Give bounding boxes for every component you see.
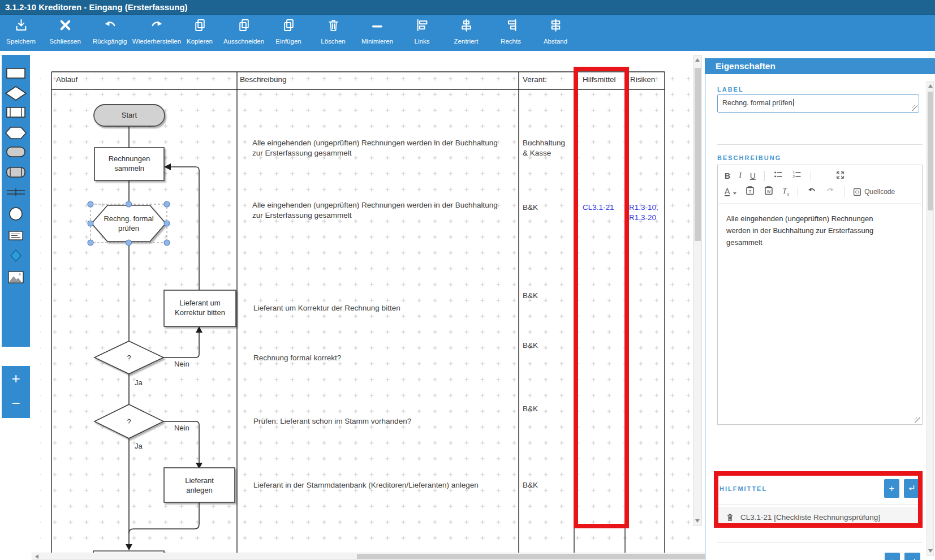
description-editor-content[interactable]: Alle eingehenden (ungeprüften) Rechnunge… bbox=[718, 204, 922, 424]
editor-redo-icon[interactable] bbox=[825, 186, 835, 198]
spacing-icon bbox=[533, 15, 578, 38]
toolbar-separator bbox=[764, 171, 765, 181]
toolbar-button-label: Rechts bbox=[488, 38, 533, 45]
paste-text-icon[interactable]: T bbox=[745, 186, 755, 198]
create-supplier-label[interactable]: Lieferant anlegen bbox=[174, 476, 225, 495]
delete-item-icon[interactable] bbox=[725, 512, 735, 522]
start-node-label[interactable]: Start bbox=[94, 110, 165, 120]
add-hilfsmittel-button[interactable]: + bbox=[884, 479, 899, 498]
scroll-down-icon[interactable] bbox=[928, 549, 933, 553]
main-toolbar: Speichern Schliessen Rückgängig Wiederhe… bbox=[0, 14, 935, 51]
risiko-link[interactable]: R1.3-10, bbox=[629, 203, 658, 213]
maximize-icon[interactable] bbox=[835, 170, 845, 182]
zoom-controls: + − bbox=[2, 366, 30, 418]
bullet-list-icon[interactable] bbox=[773, 170, 783, 182]
canvas-vertical-scrollbar[interactable] bbox=[693, 55, 702, 526]
add-button-partial[interactable]: + bbox=[885, 553, 900, 560]
toolbar-button-label: Links bbox=[399, 38, 445, 45]
paste-word-icon[interactable]: W bbox=[764, 186, 774, 198]
text-color-icon[interactable]: A bbox=[725, 187, 730, 196]
close-button[interactable]: Schliessen bbox=[42, 15, 88, 51]
label-input[interactable]: Rechng. formal prüfen bbox=[717, 94, 919, 113]
diagram-canvas[interactable]: Ablauf Beschreibung Verant. Hilfsmittel … bbox=[32, 54, 702, 553]
zoom-in-button[interactable]: + bbox=[2, 366, 30, 391]
shape-palette bbox=[2, 55, 30, 347]
window-title: 3.1.2-10 Kreditoren - Eingang (Ersterfas… bbox=[0, 0, 188, 14]
scrollbar-thumb[interactable] bbox=[928, 92, 933, 210]
collect-invoices-label[interactable]: Rechnungen sammeln bbox=[94, 154, 164, 173]
minimize-button[interactable]: Minimieren bbox=[355, 15, 400, 51]
delete-button[interactable]: Löschen bbox=[311, 15, 356, 51]
scroll-up-icon[interactable] bbox=[695, 58, 700, 62]
spacing-button[interactable]: Abstand bbox=[533, 15, 578, 51]
risiko-link[interactable]: R1.3-20 bbox=[629, 213, 656, 223]
row-description: Alle eingehenden (ungeprüften) Rechnunge… bbox=[252, 200, 510, 221]
minimize-icon bbox=[355, 15, 400, 38]
column-header-ablauf: Ablauf bbox=[56, 75, 77, 84]
circle-shape-icon[interactable] bbox=[5, 206, 27, 222]
svg-text:W: W bbox=[767, 189, 771, 193]
bold-icon[interactable]: B bbox=[725, 171, 730, 180]
section-divider bbox=[717, 144, 923, 145]
hilfsmittel-link[interactable]: CL3.1-21 bbox=[583, 203, 614, 213]
row-verant: B&K bbox=[523, 203, 571, 213]
hexagon-shape-icon[interactable] bbox=[5, 125, 27, 141]
align-left-button[interactable]: Links bbox=[399, 15, 445, 51]
numbered-list-icon[interactable]: 12 bbox=[792, 170, 802, 182]
save-button[interactable]: Speichern bbox=[0, 15, 44, 51]
properties-panel-header: Eigenschaften bbox=[705, 58, 935, 74]
resize-handle-icon[interactable] bbox=[912, 105, 917, 111]
check-invoice-label[interactable]: Rechng. formal prüfen bbox=[99, 214, 158, 233]
scrollbar-thumb[interactable] bbox=[695, 68, 701, 241]
zoom-out-button[interactable]: − bbox=[2, 391, 30, 416]
hilfsmittel-list-item[interactable]: CL3.1-21 [Checkliste Rechnungsprüfung] bbox=[718, 507, 918, 527]
return-icon bbox=[908, 557, 917, 560]
rectangle-shape-icon[interactable] bbox=[5, 65, 27, 81]
copy-icon bbox=[177, 15, 222, 38]
underline-icon[interactable]: U bbox=[750, 171, 756, 180]
resize-handle-icon[interactable] bbox=[915, 417, 920, 423]
rounded-predefined-shape-icon[interactable] bbox=[5, 164, 27, 180]
request-correction-label[interactable]: Lieferant um Korrektur bitten bbox=[168, 298, 232, 317]
row-verant: B&K bbox=[523, 404, 571, 414]
svg-text:T: T bbox=[749, 189, 752, 194]
align-right-button[interactable]: Rechts bbox=[488, 15, 533, 51]
scroll-left-icon[interactable] bbox=[35, 554, 38, 559]
text-block-shape-icon[interactable] bbox=[5, 227, 27, 243]
link-hilfsmittel-button[interactable] bbox=[904, 479, 920, 498]
row-description: Alle eingehenden (ungeprüften) Rechnunge… bbox=[252, 138, 510, 158]
paste-button[interactable]: Einfügen bbox=[266, 15, 311, 51]
link-button-partial[interactable] bbox=[904, 553, 920, 560]
predefined-process-shape-icon[interactable] bbox=[5, 104, 27, 120]
column-header-beschreibung: Beschreibung bbox=[240, 75, 287, 84]
source-code-icon bbox=[853, 188, 861, 196]
copy-button[interactable]: Kopieren bbox=[177, 15, 222, 51]
edge-label-nein-2: Nein bbox=[174, 424, 189, 432]
scroll-up-icon[interactable] bbox=[928, 84, 933, 88]
toolbar-separator bbox=[798, 187, 798, 197]
toolbar-button-label: Ausschneiden bbox=[221, 38, 266, 45]
properties-panel: Eigenschaften LABEL Rechng. formal prüfe… bbox=[705, 58, 935, 560]
diamond-shape-icon[interactable] bbox=[5, 85, 27, 101]
description-text: Alle eingehenden (ungeprüften) Rechnunge… bbox=[726, 213, 896, 248]
close-icon bbox=[42, 15, 88, 38]
rounded-rectangle-shape-icon[interactable] bbox=[5, 144, 27, 160]
italic-icon[interactable]: I bbox=[739, 171, 742, 180]
cut-button[interactable]: Ausschneiden bbox=[221, 15, 266, 51]
panel-scrollbar[interactable] bbox=[927, 81, 934, 556]
column-header-verant: Verant. bbox=[523, 75, 547, 84]
image-shape-icon[interactable] bbox=[5, 269, 27, 285]
source-code-button[interactable]: Quellcode bbox=[853, 188, 895, 196]
decision-2-label[interactable]: ? bbox=[118, 417, 140, 427]
remove-format-icon[interactable]: Tx bbox=[782, 187, 789, 197]
row-description: Rechnung formal korrekt? bbox=[253, 353, 511, 363]
small-diamond-shape-icon[interactable] bbox=[5, 248, 27, 264]
decision-1-label[interactable]: ? bbox=[118, 353, 140, 363]
editor-undo-icon[interactable] bbox=[807, 186, 817, 198]
description-editor[interactable]: B I U 12 A T W Tx Quellcode Alle einge bbox=[717, 165, 923, 425]
editor-toolbar-row-2: A T W Tx Quellcode bbox=[725, 184, 895, 199]
scroll-down-icon[interactable] bbox=[695, 519, 700, 523]
parallel-lines-shape-icon[interactable] bbox=[5, 184, 27, 200]
align-center-button[interactable]: Zentriert bbox=[443, 15, 489, 51]
text-caret bbox=[793, 99, 794, 106]
